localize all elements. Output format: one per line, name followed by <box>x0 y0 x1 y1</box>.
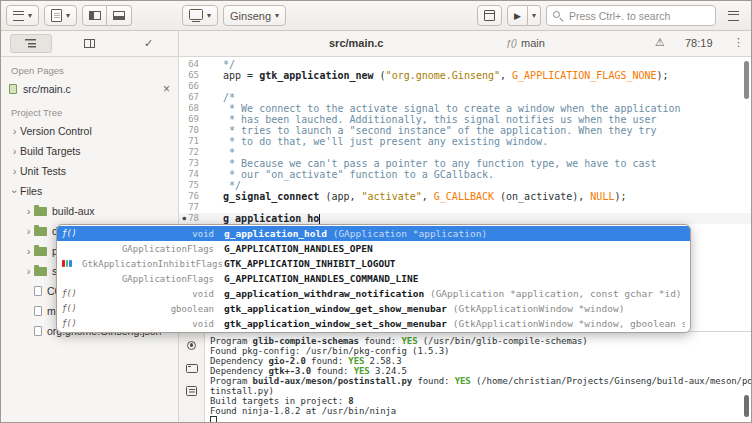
chevron-right-icon: › <box>23 206 34 217</box>
document-icon <box>51 9 62 22</box>
code-line[interactable]: 76 g_signal_connect (app, "activate", G_… <box>179 191 751 202</box>
line-number[interactable]: 67 <box>179 92 205 103</box>
code-line[interactable]: 64 */ <box>179 59 751 70</box>
sidebar-tab-build[interactable] <box>69 34 111 53</box>
chevron-down-icon: ▾ <box>275 12 279 20</box>
chevron-right-icon: › <box>23 226 34 237</box>
global-search <box>546 5 716 26</box>
open-page-label: src/main.c <box>23 83 71 95</box>
run-options-button[interactable]: ▾ <box>528 5 541 26</box>
code-line[interactable]: 65 app = gtk_application_new ("org.gnome… <box>179 70 751 81</box>
code-line[interactable]: 75 */ <box>179 180 751 191</box>
build-button[interactable] <box>477 5 502 26</box>
open-document-button[interactable]: ▾ <box>44 5 77 26</box>
runtime-terminal-tab[interactable] <box>185 385 199 397</box>
monitor-icon <box>189 9 203 20</box>
line-number[interactable]: 73 <box>179 158 205 169</box>
line-number[interactable]: 77 <box>179 202 205 213</box>
completion-name: GTK_APPLICATION_INHIBIT_LOGOUT <box>224 258 396 269</box>
chevron-right-icon: › <box>9 166 20 177</box>
output-scrollbar[interactable] <box>744 395 749 417</box>
cursor-position[interactable]: 78:19 <box>685 37 713 49</box>
toggle-left-panel-button[interactable] <box>82 5 107 26</box>
file-icon <box>34 286 42 296</box>
line-number[interactable]: 78 <box>179 213 205 224</box>
terminal-tab[interactable] <box>185 362 199 374</box>
completion-item[interactable]: ƒ()voidg_application_withdraw_notificati… <box>57 286 690 301</box>
line-number[interactable]: 72 <box>179 147 205 158</box>
play-icon: ▶ <box>514 11 521 21</box>
more-options-icon[interactable]: ⋮ <box>733 36 744 49</box>
code-line[interactable]: 67 /* <box>179 92 751 103</box>
code-line[interactable]: 72 * <box>179 147 751 158</box>
chevron-right-icon: › <box>9 126 20 137</box>
symbol-name: main <box>521 37 545 49</box>
code-line[interactable]: 69 * has been lauched. Additionally, thi… <box>179 114 751 125</box>
document-title: src/main.c <box>329 37 383 49</box>
check-icon: ✓ <box>144 37 153 50</box>
build-icon <box>484 10 495 21</box>
folder-icon <box>34 227 47 236</box>
tree-item[interactable]: ›Unit Tests <box>1 161 178 181</box>
surfaces-menu-button[interactable]: ▾ <box>6 5 39 26</box>
build-output[interactable]: Program glib-compile-schemas found: YES … <box>205 332 751 422</box>
tree-item[interactable]: ›build-aux <box>1 201 178 221</box>
code-line[interactable]: 70 * tries to launch a "second instance"… <box>179 125 751 136</box>
line-number[interactable]: 74 <box>179 169 205 180</box>
chevron-right-icon: › <box>23 266 34 277</box>
menu-button[interactable] <box>721 5 746 26</box>
completion-item[interactable]: ƒ()gbooleangtk_application_window_get_sh… <box>57 301 690 316</box>
completion-item[interactable]: ƒ()voidgtk_application_window_set_show_m… <box>57 316 690 331</box>
header-bar: ▾ ▾ ▾ Ginseng ▾ ▶ <box>1 1 751 31</box>
line-number[interactable]: 65 <box>179 70 205 81</box>
function-icon: ƒ() <box>62 229 82 238</box>
open-page-item[interactable]: src/main.c × <box>1 79 178 99</box>
completion-item[interactable]: GtkApplicationInhibitFlagsGTK_APPLICATIO… <box>57 256 690 271</box>
completion-item[interactable]: ƒ()voidg_application_hold (GApplication … <box>57 226 690 241</box>
code-line[interactable]: 66 <box>179 81 751 92</box>
code-line[interactable]: 73 * Because we can't pass a pointer to … <box>179 158 751 169</box>
tree-item-label: Version Control <box>20 125 92 137</box>
line-number[interactable]: 64 <box>179 59 205 70</box>
editor-scrollbar[interactable] <box>744 61 749 99</box>
code-line[interactable]: 78 g_application_ho <box>179 213 751 224</box>
device-selector-button[interactable]: ▾ <box>182 5 218 26</box>
code-line[interactable]: 71 * to do that, we'll just present any … <box>179 136 751 147</box>
line-number[interactable]: 69 <box>179 114 205 125</box>
line-number[interactable]: 68 <box>179 103 205 114</box>
line-number[interactable]: 66 <box>179 81 205 92</box>
code-line[interactable]: 68 * We connect to the activate signal t… <box>179 103 751 114</box>
toggle-bottom-panel-button[interactable] <box>107 5 132 26</box>
tree-item[interactable]: ›Files <box>1 181 178 201</box>
output-line: Program glib-compile-schemas found: YES … <box>210 336 751 346</box>
line-number[interactable]: 75 <box>179 180 205 191</box>
log-icon <box>186 386 197 396</box>
completion-name: G_APPLICATION_HANDLES_OPEN <box>224 243 373 254</box>
document-bar: ✓ src/main.c ƒ() main ⚠ 78:19 ⋮ <box>1 31 751 57</box>
line-number[interactable]: 71 <box>179 136 205 147</box>
output-line: Found pkg-config: /usr/bin/pkg-config (1… <box>210 346 751 356</box>
chevron-right-icon: › <box>9 146 20 157</box>
symbol-breadcrumb[interactable]: ƒ() main <box>506 37 545 49</box>
code-line[interactable]: 74 * our "on_activate" function to a GCa… <box>179 169 751 180</box>
completion-item[interactable]: GApplicationFlagsG_APPLICATION_HANDLES_O… <box>57 241 690 256</box>
line-number[interactable]: 76 <box>179 191 205 202</box>
output-line: Dependency gio-2.0 found: YES 2.58.3 <box>210 356 751 366</box>
code-line[interactable]: 77 <box>179 202 751 213</box>
sidebar-tab-tests[interactable]: ✓ <box>128 34 170 53</box>
sidebar-tab-project-tree[interactable] <box>10 34 52 53</box>
open-pages-label: Open Pages <box>1 57 178 79</box>
tree-item[interactable]: ›Build Targets <box>1 141 178 161</box>
search-input[interactable] <box>547 10 715 22</box>
line-number[interactable]: 70 <box>179 125 205 136</box>
completion-item[interactable]: GApplicationFlagsG_APPLICATION_HANDLES_C… <box>57 271 690 286</box>
config-selector-button[interactable]: Ginseng ▾ <box>223 5 286 26</box>
close-icon[interactable]: × <box>163 83 170 95</box>
warning-icon[interactable]: ⚠ <box>655 36 665 49</box>
tree-item[interactable]: ›Version Control <box>1 121 178 141</box>
build-log-tab[interactable] <box>185 339 199 351</box>
chevron-down-icon: ▾ <box>28 12 32 20</box>
run-button[interactable]: ▶ <box>507 5 528 26</box>
gtk-icon <box>62 260 82 267</box>
document-header: src/main.c ƒ() main ⚠ 78:19 ⋮ <box>179 31 751 56</box>
